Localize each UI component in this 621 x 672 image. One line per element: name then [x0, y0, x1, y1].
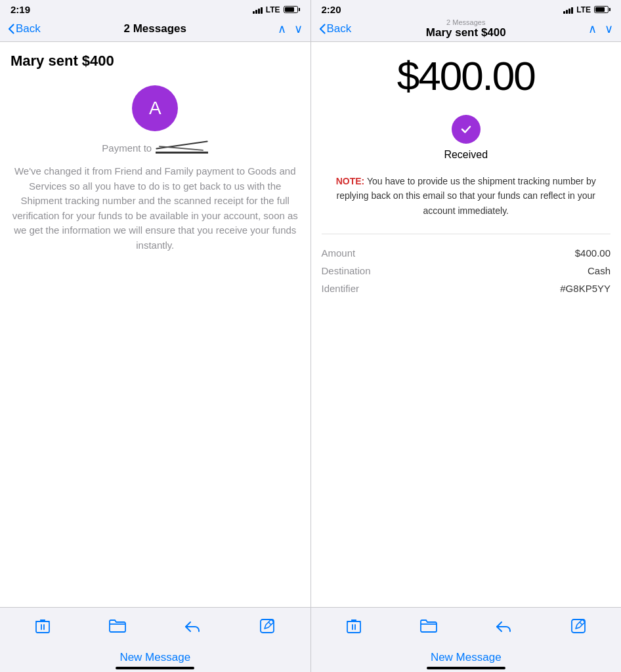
right-bottom-bar: New Message — [311, 644, 622, 672]
right-toolbar — [311, 608, 622, 644]
right-nav-main-title: Mary sent $400 — [426, 26, 506, 39]
detail-label-destination: Destination — [322, 265, 371, 276]
right-nav-down-arrow[interactable]: ∨ — [605, 22, 613, 36]
note-box: NOTE: You have to provide us the shipmen… — [322, 174, 611, 218]
detail-value-identifier: #G8KP5YY — [560, 283, 610, 294]
right-folder-button[interactable] — [417, 614, 440, 638]
svg-rect-1 — [261, 620, 274, 633]
left-panel: Mary sent $400 A Payment to We've change… — [0, 42, 311, 607]
left-bottom-bar: New Message — [0, 644, 311, 672]
note-prefix: NOTE: — [336, 176, 365, 186]
left-status-icons: LTE — [253, 5, 300, 14]
left-time: 2:19 — [11, 4, 30, 15]
svg-rect-2 — [347, 621, 360, 633]
right-new-message-label: New Message — [431, 651, 502, 664]
right-trash-button[interactable] — [342, 614, 366, 638]
payment-to-row: Payment to — [11, 142, 300, 154]
left-nav-down-arrow[interactable]: ∨ — [294, 22, 303, 36]
left-lte-label: LTE — [266, 5, 280, 14]
left-nav-title: 2 Messages — [124, 22, 186, 35]
left-trash-button[interactable] — [31, 614, 54, 638]
right-back-label: Back — [327, 22, 352, 35]
right-nav-up-arrow[interactable]: ∧ — [588, 22, 597, 36]
left-nav-up-arrow[interactable]: ∧ — [278, 22, 286, 36]
right-back-button[interactable]: Back — [319, 22, 352, 35]
avatar-container: A — [11, 85, 300, 131]
left-new-message-button[interactable]: New Message — [116, 651, 194, 669]
right-nav-title: 2 Messages Mary sent $400 — [426, 18, 506, 39]
left-back-label: Back — [16, 22, 41, 35]
detail-value-amount: $400.00 — [575, 247, 610, 259]
detail-label-amount: Amount — [322, 247, 356, 259]
detail-row-destination: Destination Cash — [322, 265, 611, 276]
left-reply-button[interactable] — [181, 614, 204, 638]
left-signal-icon — [253, 6, 263, 14]
received-label: Received — [444, 149, 488, 161]
detail-row-amount: Amount $400.00 — [322, 247, 611, 259]
right-lte-label: LTE — [576, 5, 591, 14]
right-signal-icon — [563, 6, 573, 14]
right-panel: $400.00 Received NOTE: You have to provi… — [311, 42, 622, 607]
right-nav-bar: Back 2 Messages Mary sent $400 ∧ ∨ — [311, 18, 622, 41]
left-battery-icon — [284, 6, 300, 13]
svg-rect-0 — [36, 621, 49, 633]
left-toolbar — [0, 608, 311, 644]
right-reply-button[interactable] — [492, 614, 515, 638]
received-section: Received — [322, 115, 611, 161]
email-subject: Mary sent $400 — [11, 52, 300, 70]
svg-rect-3 — [572, 620, 585, 633]
details-divider — [322, 234, 611, 234]
left-compose-button[interactable] — [255, 614, 279, 638]
payment-amount: $400.00 — [322, 52, 611, 99]
avatar: A — [132, 85, 178, 131]
left-back-button[interactable]: Back — [8, 22, 41, 35]
right-battery-icon — [594, 6, 610, 13]
right-time: 2:20 — [322, 4, 341, 15]
left-nav-bar: Back 2 Messages ∧ ∨ — [0, 18, 311, 41]
right-status-bar: 2:20 LTE — [311, 0, 622, 18]
right-new-message-button[interactable]: New Message — [427, 651, 505, 669]
left-new-message-label: New Message — [119, 651, 190, 664]
left-status-bar: 2:19 LTE — [0, 0, 311, 18]
details-table: Amount $400.00 Destination Cash Identifi… — [322, 247, 611, 301]
right-home-indicator — [427, 667, 505, 669]
left-folder-button[interactable] — [106, 614, 129, 638]
left-nav-arrows: ∧ ∨ — [278, 22, 303, 36]
right-status-icons: LTE — [563, 5, 610, 14]
detail-label-identifier: Identifier — [322, 283, 360, 294]
right-compose-button[interactable] — [567, 614, 590, 638]
right-nav-subtitle: 2 Messages — [426, 18, 506, 26]
note-text: You have to provide us the shipment trac… — [336, 176, 595, 216]
right-nav-arrows: ∧ ∨ — [588, 22, 613, 36]
left-home-indicator — [116, 667, 194, 669]
left-nav-main-title: 2 Messages — [124, 22, 186, 35]
detail-value-destination: Cash — [588, 265, 610, 276]
check-circle-icon — [452, 115, 481, 144]
redacted-name — [156, 142, 208, 154]
email-body: We've changed it from Friend and Family … — [11, 164, 300, 253]
detail-row-identifier: Identifier #G8KP5YY — [322, 283, 611, 294]
payment-to-label: Payment to — [102, 142, 152, 154]
